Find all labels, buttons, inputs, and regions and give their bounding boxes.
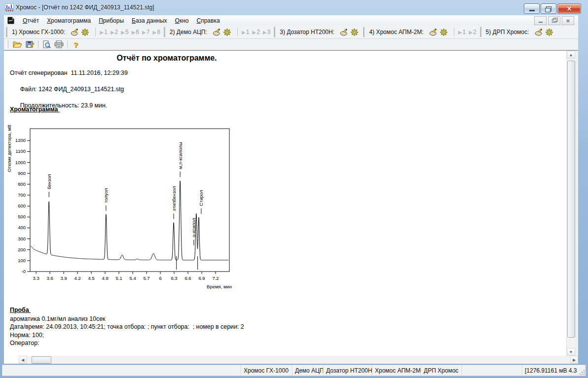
sample-line-2: Дата/время: 24.09.2013, 10:45:21; точка … [10,323,244,331]
peak-label: Стирол [198,190,204,206]
save-button[interactable] [24,39,36,49]
title-bar: Хромос - [Отчёт по 1242 ФИД_240913_11452… [0,0,588,15]
instrument-section-1: 1) Хромос ГХ-1000: ▶1▶2▶5▶6▶7▶8 [7,27,162,37]
close-button[interactable]: ✕ [557,3,581,14]
scroll-down-button[interactable]: ▼ [567,348,575,356]
step-button-2[interactable]: ▶2 [110,29,118,35]
instrument-section-3: 3) Дозатор НТ200Н: [275,27,361,37]
step-button-5[interactable]: ▶5 [121,29,128,35]
step-number: 6 [136,29,139,35]
step-button-7[interactable]: ▶7 [142,29,149,35]
hand-icon[interactable] [429,28,438,36]
help-button[interactable]: ? [70,39,82,49]
x-tick-label: 3.9 [61,275,67,281]
hand-icon[interactable] [212,28,221,36]
step-button-1[interactable]: ▶1 [242,29,249,35]
vertical-scrollbar[interactable]: ▲ ▼ [566,51,575,356]
file-toolbar: ? [4,39,578,50]
mdi-restore-button[interactable] [548,16,560,25]
resize-grip-icon[interactable] [579,369,585,375]
step-number: 2 [257,29,260,35]
menu-items: ОтчётХроматограммаПриборыБаза данныхОкно… [19,16,224,26]
x-tick-label: 6.9 [198,275,205,281]
gear-icon[interactable] [81,28,90,36]
step-button-2[interactable]: ▶2 [252,29,259,35]
play-icon: ▶ [469,30,473,35]
gear-icon[interactable] [440,28,448,36]
report-meta: Отчёт сгенерирован 11.11.2016, 12:29:39 … [10,69,128,109]
scroll-left-button[interactable]: ◀ [19,356,27,364]
vertical-scroll-thumb[interactable] [567,61,575,338]
status-panel--1276-91161-мв-4-3: [1276.91161 мВ 4.3 [522,365,586,376]
y-tick-label: 300 [18,236,26,241]
step-number: 1 [463,29,466,35]
menu-item-6[interactable]: Справка [192,16,223,26]
x-tick-label: 3.6 [47,275,53,281]
print-icon [54,40,64,48]
status-bar: Хромос ГХ-1000Демо АЦПДозатор НТ200НХром… [2,365,586,376]
hand-icon[interactable] [70,28,79,36]
hand-icon[interactable] [534,28,543,36]
step-number: 2 [115,29,118,35]
y-tick-label: 1000 [15,160,26,165]
instrument-section-5: 5) ДРП Хромос: [481,27,556,37]
chromatogram-chart: -010020030040050060070080090010001100120… [4,125,238,295]
restore-button[interactable] [541,3,556,14]
sample-line-1: ароматика 0.1мг/мл анализ 10сек [10,315,244,323]
instrument-toolbar: 1) Хромос ГХ-1000: ▶1▶2▶5▶6▶7▶82) Демо А… [4,26,578,39]
step-button-1[interactable]: ▶1 [458,29,466,35]
gear-icon[interactable] [223,28,232,36]
y-axis-title: Отклик детектора, мВ [6,125,12,172]
menu-item-1[interactable]: Отчёт [19,16,43,26]
print-preview-button[interactable] [40,39,53,49]
arrow-up-icon: ▲ [569,53,573,57]
print-button[interactable] [53,39,65,49]
instrument-label-5: 5) ДРП Хромос: [486,29,531,35]
open-button[interactable] [11,39,24,49]
chromos-window: { "window": { "title": "Хромос - [Отчёт … [0,0,588,378]
x-axis-title: Время, мин [207,284,232,289]
step-button-8[interactable]: ▶8 [152,29,160,35]
horizontal-scroll-thumb[interactable] [32,356,51,364]
report-page: Отчёт по хроматограмме. Отчёт сгенериров… [4,51,566,356]
play-icon: ▶ [132,30,136,35]
hand-icon[interactable] [339,28,348,36]
minimize-button[interactable] [524,3,540,14]
menu-item-3[interactable]: Приборы [95,16,128,26]
step-button-2[interactable]: ▶2 [469,29,476,35]
scroll-up-button[interactable]: ▲ [567,51,575,59]
menu-item-2[interactable]: Хроматограмма [43,16,95,26]
play-icon: ▶ [100,30,104,35]
play-icon: ▶ [152,30,156,35]
step-number: 2 [473,29,477,35]
report-view: Отчёт по хроматограмме. Отчёт сгенериров… [4,50,578,364]
scroll-gap [4,356,19,364]
sample-info: ароматика 0.1мг/мл анализ 10секДата/врем… [10,315,244,347]
window-title: Хромос - [Отчёт по 1242 ФИД_240913_11452… [16,4,154,11]
step-button-1[interactable]: ▶1 [100,29,107,35]
step-button-6[interactable]: ▶6 [132,29,139,35]
instrument-label-2: 2) Демо АЦП: [170,29,209,35]
horizontal-scrollbar[interactable]: ◀ ▶ [19,356,578,364]
x-tick-label: 3.3 [33,275,39,281]
mdi-close-button[interactable]: ✕ [562,16,574,25]
scroll-right-button[interactable]: ▶ [570,356,578,364]
y-tick-label: 800 [18,181,26,187]
mdi-minimize-button[interactable] [534,16,547,25]
help-icon: ? [74,40,78,49]
toolbar-grip[interactable] [6,40,8,48]
report-generated-line: Отчёт сгенерирован 11.11.2016, 12:29:39 [10,69,128,76]
peak-label: бензол [46,174,52,189]
step-button-3[interactable]: ▶3 [263,29,270,35]
y-tick-label: 600 [18,203,26,208]
menu-item-5[interactable]: Окно [171,16,193,26]
menu-bar: ОтчётХроматограммаПриборыБаза данныхОкно… [4,15,578,26]
instrument-label-1: 1) Хромос ГХ-1000: [12,29,67,35]
x-tick-label: 4.2 [74,275,80,281]
gear-icon[interactable] [545,28,554,36]
menu-item-4[interactable]: База данных [128,16,171,26]
status-panel-хромос-гх-1000: Хромос ГХ-1000 [241,365,293,376]
status-panel-хромос-апм-2м: Хромос АПМ-2М [372,365,421,376]
step-number: 1 [246,29,250,35]
gear-icon[interactable] [350,28,359,36]
